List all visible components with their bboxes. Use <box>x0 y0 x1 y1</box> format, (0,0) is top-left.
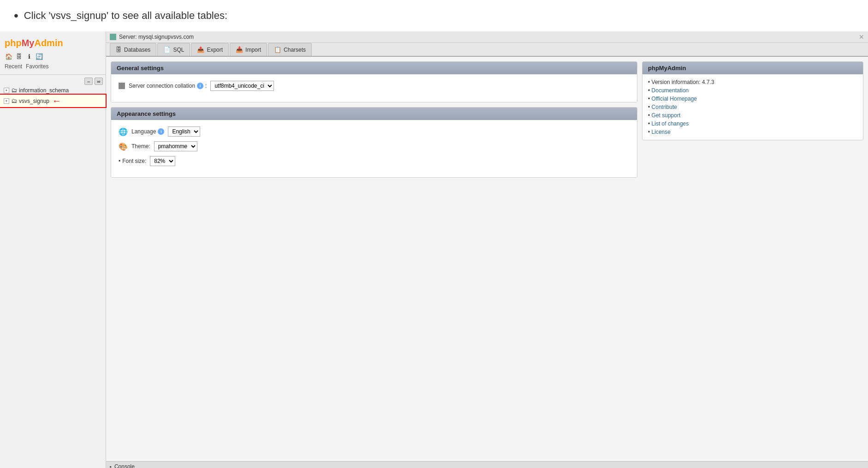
language-globe-icon: 🌐 <box>119 127 128 136</box>
expand-icon-2: + <box>4 98 9 104</box>
general-settings-panel: General settings Server connection colla… <box>111 61 637 102</box>
contribute-link[interactable]: Contribute <box>652 104 677 110</box>
close-icon[interactable]: ✕ <box>859 33 864 41</box>
theme-label: Theme: <box>131 143 150 150</box>
red-arrow-icon: ← <box>52 96 61 106</box>
license-link[interactable]: License <box>652 129 671 135</box>
recent-link[interactable]: Recent <box>5 63 22 70</box>
console-bar[interactable]: ▪ Console <box>106 461 868 468</box>
tab-sql[interactable]: 📄 SQL <box>157 43 190 56</box>
tab-charsets[interactable]: 📋 Charsets <box>268 43 312 56</box>
db1-label: information_schema <box>19 87 69 94</box>
expand-icon: + <box>4 88 9 93</box>
collation-info-icon[interactable]: i <box>197 83 203 89</box>
sidebar-logo: phpMyAdmin <box>0 34 106 50</box>
sidebar: phpMyAdmin 🏠 🗄 ℹ 🔄 Recent Favorites – ∞ … <box>0 31 106 468</box>
left-panels: General settings Server connection colla… <box>111 61 637 178</box>
pma-changes: List of changes <box>648 120 857 128</box>
fontsize-select[interactable]: 82% <box>150 156 175 166</box>
appearance-settings-panel: Appearance settings 🌐 Language i English <box>111 107 637 178</box>
instruction-line: Click 'vsvs_signup' to see all available… <box>0 0 868 31</box>
charsets-icon: 📋 <box>274 46 281 53</box>
tab-export[interactable]: 📤 Export <box>191 43 229 56</box>
server-title: Server: mysql.signupvsvs.com <box>110 34 194 40</box>
nav-tabs: 🗄 Databases 📄 SQL 📤 Export 📥 Import 📋 Ch… <box>106 43 868 57</box>
homepage-link[interactable]: Official Homepage <box>652 96 697 102</box>
console-icon: ▪ <box>110 464 112 468</box>
phpmyadmin-panel: phpMyAdmin Version information: 4.7.3 Do… <box>642 61 863 140</box>
logo: phpMyAdmin <box>5 38 63 48</box>
tab-charsets-label: Charsets <box>284 47 306 53</box>
collation-row: Server connection collation i: utf8mb4_u… <box>119 81 630 91</box>
databases-icon: 🗄 <box>116 46 122 53</box>
sidebar-divider <box>0 74 106 75</box>
fontsize-label: • Font size: <box>119 158 146 164</box>
pma-version: Version information: 4.7.3 <box>648 78 857 86</box>
collapse-button[interactable]: – <box>84 78 93 85</box>
tab-databases-label: Databases <box>124 47 150 53</box>
tab-import-label: Import <box>245 47 261 53</box>
link-button[interactable]: ∞ <box>95 78 103 85</box>
tab-export-label: Export <box>207 47 223 53</box>
server-title-text: Server: mysql.signupvsvs.com <box>119 34 194 40</box>
instruction-text: Click 'vsvs_signup' to see all available… <box>24 10 227 22</box>
main-content: Server: mysql.signupvsvs.com ✕ 🗄 Databas… <box>106 31 868 468</box>
tab-import[interactable]: 📥 Import <box>230 43 267 56</box>
pma-license: License <box>648 128 857 136</box>
pma-contribute: Contribute <box>648 103 857 111</box>
db-icon[interactable]: 🗄 <box>15 52 23 60</box>
sidebar-collapse-row: – ∞ <box>0 77 106 86</box>
pma-documentation: Documentation <box>648 86 857 95</box>
collation-icon <box>119 83 125 89</box>
app-wrapper: phpMyAdmin 🏠 🗄 ℹ 🔄 Recent Favorites – ∞ … <box>0 31 868 468</box>
collation-select[interactable]: utf8mb4_unicode_ci <box>210 81 274 91</box>
sidebar-icon-row: 🏠 🗄 ℹ 🔄 <box>0 50 106 62</box>
db-folder-icon: 🗂 <box>11 87 17 94</box>
pma-support: Get support <box>648 111 857 120</box>
tab-sql-label: SQL <box>173 47 184 53</box>
refresh-icon[interactable]: 🔄 <box>35 52 43 60</box>
language-row: 🌐 Language i English <box>119 126 630 137</box>
sql-icon: 📄 <box>163 46 171 53</box>
changes-link[interactable]: List of changes <box>652 120 689 127</box>
theme-select[interactable]: pmahomme <box>154 141 197 151</box>
collation-label: Server connection collation i: <box>129 83 207 89</box>
db-item-vsvs-signup[interactable]: + 🗂 vsvs_signup ← <box>0 95 106 107</box>
pma-homepage: Official Homepage <box>648 95 857 103</box>
general-settings-title: General settings <box>117 65 164 72</box>
content-area: General settings Server connection colla… <box>106 57 868 461</box>
db-folder-icon-2: 🗂 <box>11 97 17 104</box>
support-link[interactable]: Get support <box>652 112 681 119</box>
appearance-settings-header: Appearance settings <box>111 108 637 120</box>
phpmyadmin-panel-title: phpMyAdmin <box>648 65 686 72</box>
import-icon: 📥 <box>236 46 243 53</box>
language-label: Language i <box>131 128 164 135</box>
right-panel: phpMyAdmin Version information: 4.7.3 Do… <box>642 61 863 140</box>
home-icon[interactable]: 🏠 <box>5 52 13 60</box>
export-icon: 📤 <box>197 46 204 53</box>
theme-icon: 🎨 <box>119 142 128 151</box>
documentation-link[interactable]: Documentation <box>652 87 689 94</box>
db2-label: vsvs_signup <box>19 98 49 104</box>
db-item-information-schema[interactable]: + 🗂 information_schema <box>0 86 106 95</box>
server-icon <box>110 34 116 40</box>
phpmyadmin-panel-header: phpMyAdmin <box>642 62 863 74</box>
general-settings-header: General settings <box>111 62 637 74</box>
sidebar-nav-links: Recent Favorites <box>0 62 106 72</box>
pma-links-list: Version information: 4.7.3 Documentation… <box>642 74 863 140</box>
theme-row: 🎨 Theme: pmahomme <box>119 141 630 151</box>
fontsize-row: • Font size: 82% <box>119 156 630 166</box>
general-settings-body: Server connection collation i: utf8mb4_u… <box>111 74 637 102</box>
console-label: Console <box>114 463 135 468</box>
appearance-settings-title: Appearance settings <box>117 110 176 117</box>
language-select[interactable]: English <box>168 126 200 137</box>
info-icon[interactable]: ℹ <box>25 52 33 60</box>
server-bar: Server: mysql.signupvsvs.com ✕ <box>106 31 868 43</box>
appearance-settings-body: 🌐 Language i English 🎨 <box>111 120 637 177</box>
language-info-icon[interactable]: i <box>158 128 164 135</box>
favorites-link[interactable]: Favorites <box>26 63 48 70</box>
tab-databases[interactable]: 🗄 Databases <box>110 43 156 56</box>
